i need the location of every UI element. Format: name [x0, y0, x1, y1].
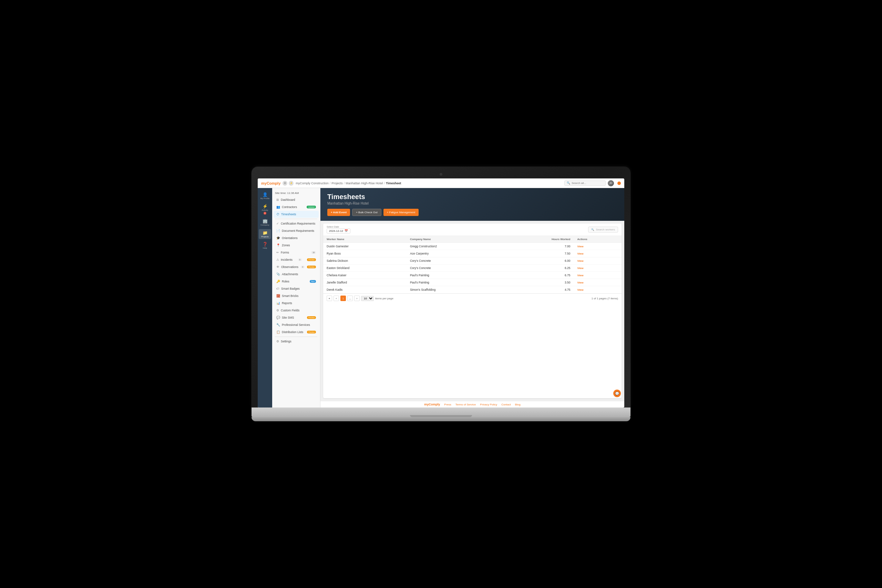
sidebar-observations[interactable]: 👁 Observations 0 Preview — [273, 264, 319, 270]
table-row: Easton Strickland Cory's Concrete 6.25 V… — [323, 264, 621, 272]
view-link[interactable]: View — [577, 281, 583, 284]
dist-lists-badge: Preview — [307, 331, 316, 333]
sidebar-contractors[interactable]: 👥 Contractors Updated — [273, 204, 319, 210]
sidebar-roles-label: Roles — [282, 280, 290, 283]
action-cell[interactable]: View — [574, 272, 621, 279]
breadcrumb-current: Timesheet — [386, 182, 401, 185]
pagination-next[interactable]: › — [354, 296, 360, 301]
sidebar-dist-lists[interactable]: 📋 Distribution Lists Preview — [273, 328, 319, 336]
view-link[interactable]: View — [577, 260, 583, 262]
footer-terms[interactable]: Terms of Service — [456, 403, 476, 406]
company-icon: 🏢 — [262, 219, 268, 224]
forms-badge: 18 — [311, 251, 316, 254]
pagination-prev-prev[interactable]: « — [327, 296, 332, 301]
app-footer: myComply Press Terms of Service Privacy … — [320, 401, 624, 408]
global-search-input[interactable] — [572, 182, 603, 184]
action-cell[interactable]: View — [574, 264, 621, 272]
sidebar-attachments[interactable]: 📎 Attachments — [273, 271, 319, 278]
worker-name-cell: Sabrina Dickson — [323, 257, 406, 264]
company-name-cell: Paul's Painting — [406, 272, 502, 279]
laptop-bottom — [252, 417, 630, 421]
sidebar-zones-label: Zones — [282, 243, 290, 247]
sidebar-incidents[interactable]: ⚠ Incidents 0 Preview — [273, 256, 319, 263]
icon-sidebar: 👤 My Profile ⚡ Activity 9 🏢 Company — [258, 188, 272, 408]
search-workers[interactable]: 🔍 Search workers — [588, 226, 618, 232]
table-row: Ryan Boss Ace Carpentry 7.50 View — [323, 250, 621, 257]
action-cell[interactable]: View — [574, 286, 621, 294]
sidebar-forms[interactable]: ✏ Forms 18 — [273, 249, 319, 256]
global-search[interactable]: 🔍 — [564, 180, 606, 186]
sidebar-cert-req[interactable]: ✓ Certification Requirements — [273, 220, 319, 227]
profile-icon: 👤 — [262, 192, 268, 197]
sidebar-smart-badges[interactable]: 🏷 Smart Badges — [273, 285, 319, 292]
breadcrumb-root[interactable]: myComply Construction — [296, 182, 328, 185]
sidebar-prof-services-label: Professional Services — [282, 323, 310, 327]
sidebar-timesheets[interactable]: ⏱ Timesheets — [273, 211, 319, 218]
footer-privacy[interactable]: Privacy Policy — [480, 403, 497, 406]
hours-cell: 3.50 — [502, 279, 574, 286]
footer-contact[interactable]: Contact — [501, 403, 511, 406]
view-link[interactable]: View — [577, 245, 583, 248]
footer-logo: myComply — [424, 403, 440, 406]
pagination-page-1[interactable]: 1 — [340, 296, 346, 301]
sidebar-prof-services[interactable]: 🔧 Professional Services — [273, 321, 319, 328]
search-workers-placeholder: Search workers — [596, 228, 615, 231]
company-name-cell: Simon's Scaffolding — [406, 286, 502, 294]
view-link[interactable]: View — [577, 252, 583, 255]
hours-cell: 7.00 — [502, 243, 574, 250]
sidebar-doc-req[interactable]: 📄 Document Requirements — [273, 227, 319, 234]
sidebar-smart-bricks[interactable]: 🧱 Smart Bricks — [273, 292, 319, 299]
view-link[interactable]: View — [577, 267, 583, 270]
avatar[interactable]: JD — [608, 180, 614, 186]
action-cell[interactable]: View — [574, 243, 621, 250]
footer-blog[interactable]: Blog — [515, 403, 520, 406]
timesheets-table-container: Select Date 2024-12-12 📅 🔍 Search worker… — [323, 224, 621, 398]
search-icon: 🔍 — [591, 228, 594, 231]
bulk-checkout-button[interactable]: + Bulk Check Out — [352, 209, 381, 216]
hours-cell: 6.00 — [502, 257, 574, 264]
sidebar-zones[interactable]: 📍 Zones — [273, 242, 319, 249]
date-field[interactable]: 2024-12-12 📅 — [327, 228, 350, 234]
page-size-select[interactable]: 10 — [361, 296, 374, 301]
action-cell[interactable]: View — [574, 250, 621, 257]
activity-badge: 9 — [264, 212, 267, 214]
sidebar-item-profile[interactable]: 👤 My Profile — [259, 191, 271, 201]
sidebar-dashboard[interactable]: ⊞ Dashboard — [273, 196, 319, 203]
sidebar-settings-label: Settings — [281, 340, 291, 343]
pagination-prev[interactable]: ‹ — [333, 296, 339, 301]
action-cell[interactable]: View — [574, 279, 621, 286]
breadcrumb-project[interactable]: Manhattan High-Rise Hotel — [346, 182, 383, 185]
company-name-cell: Gregg Construction2 — [406, 243, 502, 250]
sidebar-timesheets-label: Timesheets — [281, 213, 296, 216]
sidebar-roles[interactable]: 🔑 Roles New — [273, 278, 319, 285]
sidebar-settings[interactable]: ⚙ Settings — [273, 338, 319, 345]
view-link[interactable]: View — [577, 288, 583, 291]
sidebar-item-company[interactable]: 🏢 Company — [259, 218, 271, 228]
sidebar-item-help[interactable]: ❓ Help — [259, 240, 271, 251]
nav-icon-2[interactable]: ⚡ — [289, 181, 294, 186]
sidebar-item-activity[interactable]: ⚡ Activity 9 — [259, 202, 271, 216]
breadcrumb-projects[interactable]: Projects — [332, 182, 343, 185]
company-name-cell: Paul's Painting — [406, 279, 502, 286]
page-subtitle: Manhattan High-Rise Hotel — [327, 201, 617, 205]
page-header: Timesheets Manhattan High-Rise Hotel + A… — [320, 188, 624, 221]
sidebar-reports[interactable]: 📊 Reports — [273, 300, 319, 307]
hours-cell: 6.25 — [502, 264, 574, 272]
nav-icon-1[interactable]: ☰ — [282, 181, 287, 186]
footer-press[interactable]: Press — [444, 403, 451, 406]
notification-dot — [617, 182, 621, 185]
sidebar-orientations[interactable]: 🎓 Orientations — [273, 235, 319, 242]
view-link[interactable]: View — [577, 274, 583, 277]
chat-bubble[interactable]: 💬 — [613, 390, 621, 397]
table-row: Derek Kadis Simon's Scaffolding 4.75 Vie… — [323, 286, 621, 294]
settings-icon: ⚙ — [276, 340, 279, 343]
sidebar-site-sms[interactable]: 💬 Site SMS Preview — [273, 314, 319, 321]
custom-fields-icon: ⚙ — [276, 309, 279, 312]
fatigue-management-button[interactable]: + Fatigue Management — [384, 209, 419, 216]
action-cell[interactable]: View — [574, 257, 621, 264]
add-event-button[interactable]: + Add Event — [327, 209, 350, 216]
sidebar-item-projects[interactable]: 📁 Projects — [259, 229, 271, 239]
sidebar-divider-1 — [275, 219, 317, 219]
sidebar-custom-fields[interactable]: ⚙ Custom Fields — [273, 307, 319, 314]
worker-name-cell: Chelsea Kaiser — [323, 272, 406, 279]
